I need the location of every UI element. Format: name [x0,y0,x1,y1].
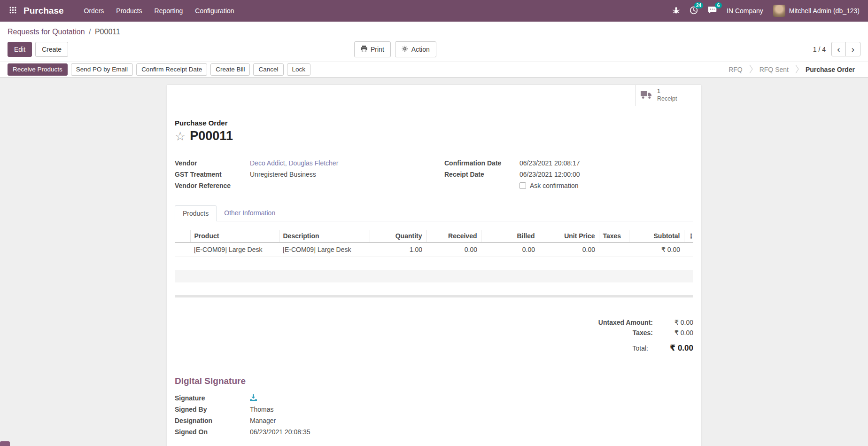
signed-by-label: Signed By [175,406,250,413]
taxes-value: ₹ 0.00 [653,329,693,336]
activities-menu-button[interactable]: 24 [690,6,698,16]
menu-products[interactable]: Products [110,0,148,22]
state-rfq[interactable]: RFQ [722,62,749,78]
create-bill-button[interactable]: Create Bill [210,63,250,76]
line-product: [E-COM09] Large Desk [190,243,279,257]
state-rfq-sent[interactable]: RFQ Sent [753,62,795,78]
empty-line-row [175,257,693,270]
main-menu: Orders Products Reporting Configuration [78,0,240,22]
menu-configuration[interactable]: Configuration [189,0,240,22]
gst-treatment-label: GST Treatment [175,171,250,178]
tab-other-information[interactable]: Other Information [217,205,283,221]
menu-orders[interactable]: Orders [78,0,110,22]
apps-grid-icon [9,7,16,15]
receipt-count: 1 [657,88,677,95]
pager: ‹ › [831,42,860,56]
control-panel: Requests for Quotation / P00011 Edit Cre… [0,22,868,62]
confirmation-date-value: 06/23/2021 20:08:17 [519,159,693,167]
action-button[interactable]: Action [395,41,436,57]
signed-on-label: Signed On [175,428,250,436]
receive-products-button[interactable]: Receive Products [8,63,68,76]
field-group: Vendor Deco Addict, Douglas Fletcher GST… [175,157,693,191]
vendor-label: Vendor [175,159,250,167]
line-quantity: 1.00 [370,243,426,257]
digital-signature-section: Digital Signature Signature Signed By Th… [175,376,693,438]
col-header-quantity: Quantity [370,230,426,243]
col-header-description: Description [279,230,370,243]
pager-previous-button[interactable]: ‹ [832,42,846,56]
user-name: Mitchell Admin (db_123) [789,7,860,15]
vendor-reference-label: Vendor Reference [175,182,250,189]
signature-label: Signature [175,394,250,402]
pager-next-button[interactable]: › [846,42,860,56]
ask-confirmation-checkbox[interactable] [519,182,526,189]
pager-value[interactable]: 1 / 4 [813,46,826,53]
line-taxes [599,243,629,257]
vendor-value-link[interactable]: Deco Addict, Douglas Fletcher [250,159,424,167]
menu-reporting[interactable]: Reporting [148,0,189,22]
confirmation-date-label: Confirmation Date [444,159,519,167]
tab-products[interactable]: Products [175,205,217,221]
company-switcher[interactable]: IN Company [727,7,763,15]
breadcrumb: Requests for Quotation / P00011 [8,28,860,36]
totals-block: Untaxed Amount: ₹ 0.00 Taxes: ₹ 0.00 Tot… [594,317,693,354]
col-header-unit-price: Unit Price [539,230,599,243]
apps-menu-button[interactable] [4,0,22,22]
empty-line-row [175,270,693,282]
signature-download-icon[interactable] [250,395,257,402]
optional-columns-icon[interactable]: ⋮ [684,230,693,243]
favorite-star-icon[interactable]: ☆ [175,130,186,142]
empty-line-row [175,282,693,295]
col-header-taxes: Taxes [599,230,629,243]
col-header-handle [175,230,190,243]
line-received: 0.00 [426,243,481,257]
edit-button[interactable]: Edit [8,42,32,57]
receipt-date-label: Receipt Date [444,171,519,178]
breadcrumb-separator: / [89,28,91,36]
total-value: ₹ 0.00 [648,343,693,353]
bug-icon [673,7,680,16]
line-subtotal: ₹ 0.00 [629,243,684,257]
line-unit-price: 0.00 [539,243,599,257]
col-header-billed: Billed [481,230,539,243]
total-label: Total: [633,344,648,352]
app-name[interactable]: Purchase [23,6,64,16]
confirm-receipt-date-button[interactable]: Confirm Receipt Date [136,63,207,76]
table-header-row: Product Description Quantity Received Bi… [175,230,693,243]
col-header-product: Product [190,230,279,243]
livechat-button[interactable] [0,441,10,446]
user-avatar [773,5,785,17]
top-navbar: Purchase Orders Products Reporting Confi… [0,0,868,22]
page-title: P00011 [190,129,233,143]
chevron-right-icon: › [852,44,854,55]
receipt-stat-button[interactable]: 1 Receipt [635,85,701,106]
form-view: 1 Receipt Purchase Order ☆ P00011 Vendor… [0,78,868,446]
gst-treatment-value: Unregistered Business [250,171,424,178]
send-po-by-email-button[interactable]: Send PO by Email [71,63,133,76]
truck-icon [640,90,653,101]
signed-on-value: 06/23/2021 20:08:35 [250,428,486,436]
printer-icon [361,46,367,53]
signed-by-value: Thomas [250,406,486,413]
line-billed: 0.00 [481,243,539,257]
order-line-row[interactable]: [E-COM09] Large Desk [E-COM09] Large Des… [175,243,693,257]
print-button[interactable]: Print [354,41,391,57]
receipt-label: Receipt [657,95,677,103]
cancel-button[interactable]: Cancel [253,63,283,76]
debug-button[interactable] [673,7,680,16]
statusbar: Receive Products Send PO by Email Confir… [0,62,868,78]
doc-type-label: Purchase Order [175,119,693,127]
receipt-date-value: 06/23/2021 12:00:00 [519,171,693,178]
designation-label: Designation [175,417,250,424]
gear-icon [402,46,408,53]
untaxed-amount-value: ₹ 0.00 [653,319,693,326]
messages-menu-button[interactable]: 6 [708,6,717,16]
user-menu[interactable]: Mitchell Admin (db_123) [773,5,860,17]
line-handle-cell [175,243,190,257]
status-pipeline: RFQ RFQ Sent Purchase Order [722,62,868,78]
lock-button[interactable]: Lock [287,63,311,76]
state-purchase-order[interactable]: Purchase Order [799,62,861,78]
order-lines-table: Product Description Quantity Received Bi… [175,230,693,295]
breadcrumb-parent-link[interactable]: Requests for Quotation [8,28,85,36]
create-button[interactable]: Create [35,42,68,57]
